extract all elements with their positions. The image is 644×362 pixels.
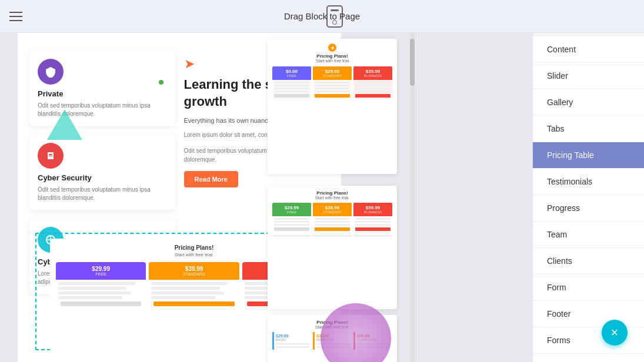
sidebar-item-footer[interactable]: Footer [533, 301, 644, 327]
triangle-decoration [47, 109, 82, 140]
read-more-button[interactable]: Read More [184, 171, 238, 187]
sidebar-item-content[interactable]: Content [533, 36, 644, 63]
pricing-col-free: $29.99 FREE [56, 262, 146, 310]
pricing-block-header: Pricing Plans! [175, 244, 214, 251]
main-layout: Private Odit sed temporibus voluptatum m… [0, 33, 644, 362]
sidebar-item-slider[interactable]: Slider [533, 63, 644, 89]
sidebar-item-tabs[interactable]: Tabs [533, 116, 644, 142]
card-icon-security [38, 143, 64, 169]
card-private-title: Private [38, 89, 167, 98]
svg-rect-1 [49, 154, 52, 155]
pt2-sub: Start with free trial. [272, 196, 392, 200]
page-title: Drag Block to Page [284, 11, 360, 21]
pricing-thumbnail-2[interactable]: Pricing Plans! Start with free trial. $2… [268, 186, 397, 309]
sidebar-item-clients[interactable]: Clients [533, 248, 644, 274]
pt2-header: Pricing Plans! [272, 190, 392, 196]
card-icon-private [38, 59, 64, 85]
card-security-title: Cyber Security [38, 173, 167, 182]
sidebar-item-progress[interactable]: Progress [533, 195, 644, 222]
canvas-scrollbar-thumb[interactable] [410, 39, 415, 86]
sidebar-item-testimonials[interactable]: Testimonials [533, 169, 644, 195]
card-cyber-security: Cyber Security Odit sed temporibus volup… [29, 135, 175, 210]
card-security-text: Odit sed temporibus voluptatum minus ips… [38, 186, 167, 202]
dot-decoration-green [159, 80, 163, 85]
pricing-col-standard: $39.99 STANDARD [149, 262, 239, 310]
canvas-area: Private Odit sed temporibus voluptatum m… [0, 33, 532, 362]
fab-close-button[interactable]: × [602, 320, 628, 346]
pt1-header: Pricing Plans! [272, 53, 392, 59]
canvas-scrollbar[interactable] [410, 33, 415, 362]
pt2-cols: $29.99 FREE $39.99 STANDARD [272, 203, 392, 233]
topbar: Drag Block to Page [0, 0, 644, 33]
pt1-cols: $0.00 FREE $29.00 STANDARD [272, 66, 392, 99]
pt1-sub: Start with free trial [272, 59, 392, 63]
svg-rect-2 [49, 156, 52, 156]
sidebar: Content Slider Gallery Tabs Pricing Tabl… [532, 33, 644, 362]
sidebar-item-pricing-table[interactable]: Pricing Table [533, 142, 644, 169]
pricing-thumbnail-1[interactable]: ★ Pricing Plans! Start with free trial $… [268, 39, 397, 174]
hamburger-button[interactable] [9, 12, 22, 21]
sidebar-item-team[interactable]: Team [533, 222, 644, 248]
sidebar-item-gallery[interactable]: Gallery [533, 89, 644, 116]
pricing-block-sub: Start with free trial. [175, 252, 214, 257]
sidebar-item-form[interactable]: Form [533, 274, 644, 301]
